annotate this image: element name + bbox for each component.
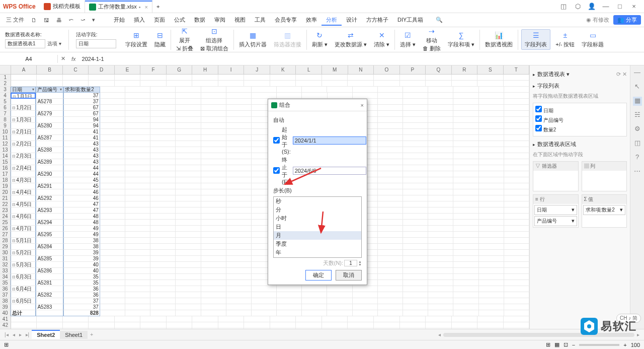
cell-C30[interactable]: 39 <box>63 250 100 256</box>
ribbon-[interactable]: ⊡组选择⊠ 取消组合 <box>198 27 230 52</box>
cell-A28[interactable]: ⊟5月1日 <box>11 238 36 244</box>
cell-C33[interactable]: 40 <box>63 268 100 274</box>
menu-tab-分析[interactable]: 分析 <box>321 17 342 26</box>
cell-B14[interactable] <box>36 153 63 159</box>
cell-B34[interactable] <box>36 274 63 280</box>
step-年[interactable]: 年 <box>274 248 361 257</box>
cell-B31[interactable]: A5285 <box>36 256 63 262</box>
pivot-hdr-date[interactable]: 日期▾ <box>11 87 36 93</box>
cell-B28[interactable] <box>36 238 63 244</box>
menu-tab-效率[interactable]: 效率 <box>301 17 321 23</box>
ribbon-[interactable]: ✕清除 ▾ <box>372 31 391 48</box>
zoom-out-icon[interactable]: − <box>572 342 575 348</box>
cell-B33[interactable]: A5286 <box>36 268 63 274</box>
cell-C13[interactable]: 43 <box>63 147 100 153</box>
col-K[interactable]: K <box>270 65 296 74</box>
col-J[interactable]: J <box>244 65 270 74</box>
cell-C31[interactable]: 39 <box>63 256 100 262</box>
cell-A10[interactable]: ⊟2月1日 <box>11 129 36 135</box>
qa-undo[interactable]: ⤺ <box>66 17 76 23</box>
ribbon-[interactable]: ☑选择 ▾ <box>398 31 418 48</box>
collapse-icon[interactable]: — <box>633 68 642 78</box>
cell-A35[interactable] <box>11 280 36 286</box>
cell-A15[interactable] <box>11 159 36 165</box>
cell-C12[interactable]: 43 <box>63 141 100 147</box>
column-area[interactable]: ▥ 列 <box>582 161 627 191</box>
ribbon-[interactable]: ⇢移动🗑 删除 <box>421 27 443 52</box>
qa-redo[interactable]: ⤻ <box>77 17 88 23</box>
cell-C36[interactable]: 36 <box>63 286 100 292</box>
cell-C25[interactable]: 48 <box>63 220 100 226</box>
cell-B9[interactable]: A5280 <box>36 123 63 129</box>
col-T[interactable]: T <box>504 65 529 74</box>
tab-template[interactable]: 找稻壳模板 <box>40 1 85 13</box>
cell-C26[interactable]: 49 <box>63 226 100 232</box>
ribbon-[interactable]: ⇱展开⇲ 折叠 <box>174 27 195 52</box>
col-C[interactable]: C <box>63 65 89 74</box>
col-B[interactable]: B <box>37 65 63 74</box>
ribbon-[interactable]: ▥筛选器连接 <box>272 31 303 48</box>
zoom-in-icon[interactable]: + <box>623 342 626 348</box>
layers-icon[interactable]: ◫ <box>633 139 642 148</box>
cell-B27[interactable]: A5295 <box>36 232 63 238</box>
col-E[interactable]: E <box>115 65 141 74</box>
cell-C5[interactable]: 37 <box>63 99 100 105</box>
cell-B18[interactable] <box>36 177 63 183</box>
col-A[interactable]: A <box>11 65 37 74</box>
field-数量2[interactable]: 数量2 <box>535 124 624 134</box>
col-N[interactable]: N <box>348 65 374 74</box>
cell-B19[interactable]: A5291 <box>36 183 63 189</box>
cell-C35[interactable]: 35 <box>63 280 100 286</box>
cell-A19[interactable] <box>11 183 36 189</box>
cell-A36[interactable]: ⊟6月4日 <box>11 286 36 292</box>
cell-B24[interactable] <box>36 214 63 220</box>
cell-B20[interactable] <box>36 189 63 195</box>
cell-A8[interactable]: ⊟1月3日 <box>11 117 36 123</box>
cell-A16[interactable]: ⊟2月4日 <box>11 165 36 171</box>
end-checkbox[interactable] <box>273 167 280 174</box>
menu-tab-DIY工具箱[interactable]: DIY工具箱 <box>393 17 428 23</box>
sidebar-title[interactable]: 数据透视表 ▾⟳ ✕ <box>533 68 627 80</box>
ribbon-[interactable]: ▦插入切片器 <box>237 31 269 48</box>
col-O[interactable]: O <box>374 65 400 74</box>
maximize-icon[interactable]: □ <box>613 3 627 10</box>
ribbon-[interactable]: ▭字段标题 <box>580 31 606 48</box>
view-page-icon[interactable]: ▦ <box>554 341 559 348</box>
cell-C27[interactable]: 49 <box>63 232 100 238</box>
cell-C8[interactable]: 94 <box>63 117 100 123</box>
cell-B10[interactable] <box>36 129 63 135</box>
ribbon-[interactable]: ⊟隐藏 <box>152 31 168 48</box>
cell-C4[interactable]: 37 <box>63 93 100 99</box>
cell-A12[interactable]: ⊟2月2日 <box>11 141 36 147</box>
cell-A18[interactable]: ⊟4月3日 <box>11 177 36 183</box>
filter-area[interactable]: ▽ 筛选器 <box>533 161 579 191</box>
qa-save[interactable]: 🖫 <box>41 17 52 23</box>
cell-C28[interactable]: 38 <box>63 238 100 244</box>
cell-A27[interactable] <box>11 232 36 238</box>
zoom-value[interactable]: 100 <box>631 342 640 348</box>
qa-more[interactable]: ▾ <box>89 17 98 23</box>
cell-B16[interactable] <box>36 165 63 171</box>
more-icon[interactable]: ⋯ <box>633 167 642 176</box>
cell-A6[interactable]: ⊟1月2日 <box>11 105 36 111</box>
cell-A38[interactable]: ⊟6月5日 <box>11 298 36 304</box>
dialog-close-icon[interactable]: × <box>361 102 364 108</box>
cell-B11[interactable]: A5287 <box>36 135 63 141</box>
sheet-first-icon[interactable]: |◂ <box>3 332 10 337</box>
cell-A14[interactable]: ⊟2月3日 <box>11 153 36 159</box>
row-item-产品编号[interactable]: 产品编号▾ <box>534 216 577 226</box>
col-G[interactable]: G <box>167 65 193 74</box>
cell-A39[interactable] <box>11 304 36 310</box>
cell-A5[interactable] <box>11 99 36 105</box>
win-apps-icon[interactable]: ⬡ <box>571 3 585 10</box>
cell-B23[interactable]: A5293 <box>36 207 63 214</box>
cell-C20[interactable]: 46 <box>63 189 100 195</box>
cell-C16[interactable]: 44 <box>63 165 100 171</box>
ribbon-[interactable]: ↻刷新 ▾ <box>310 31 330 48</box>
cell-B25[interactable]: A5294 <box>36 220 63 226</box>
zoom-slider[interactable] <box>579 344 619 346</box>
ribbon-[interactable]: 📊数据透视图 <box>483 31 515 48</box>
pivot-name-input[interactable] <box>5 39 45 48</box>
select-icon[interactable]: ↖ <box>633 83 642 92</box>
menu-tab-设计[interactable]: 设计 <box>342 17 362 23</box>
